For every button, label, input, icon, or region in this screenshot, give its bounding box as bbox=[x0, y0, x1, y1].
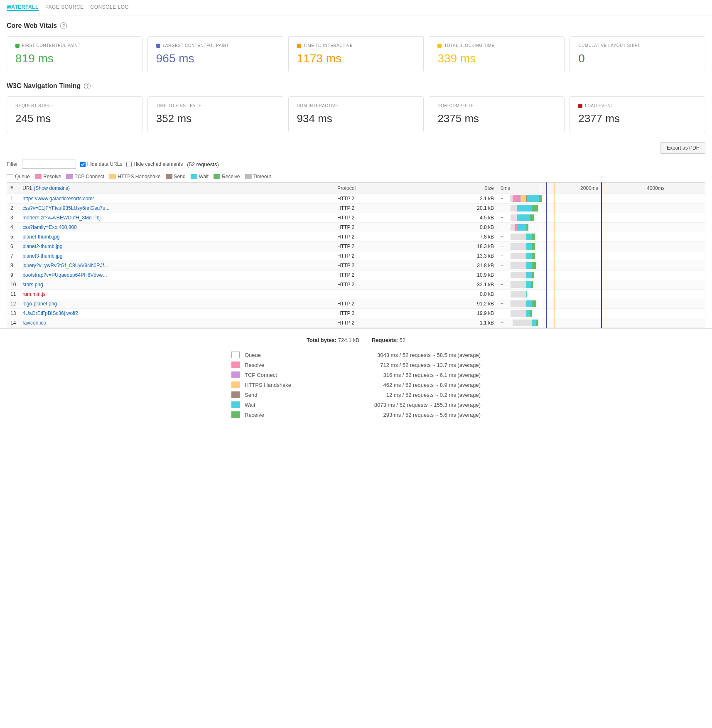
timing-label-dom-complete: DOM COMPLETE bbox=[437, 103, 556, 108]
bar-segment-wait bbox=[517, 214, 530, 221]
row-size: 18.3 kB bbox=[418, 242, 497, 251]
row-url[interactable]: planet3-thumb.jpg bbox=[19, 251, 334, 261]
export-pdf-button[interactable]: Export as PDF bbox=[660, 142, 705, 154]
bar-segment-receive bbox=[532, 243, 535, 250]
row-size: 19.9 kB bbox=[418, 309, 497, 318]
summary-legend-label: HTTPS Handshake bbox=[245, 382, 383, 388]
vital-value-tti: 1173 ms bbox=[297, 52, 415, 65]
summary-legend-value: 712 ms / 52 requests ~ 13.7 ms (average) bbox=[380, 362, 481, 368]
row-num: 14 bbox=[7, 318, 19, 328]
summary-legend-label: Resolve bbox=[245, 362, 380, 368]
row-url[interactable]: jquery?v=ywRv5tGf_C8UyV9Nh0RJf... bbox=[19, 261, 334, 271]
timing-card-request-start: REQUEST START 245 ms bbox=[7, 96, 142, 132]
summary-legend-value: 12 ms / 52 requests ~ 0.2 ms (average) bbox=[386, 392, 481, 398]
row-expand[interactable]: + bbox=[497, 290, 507, 299]
col-protocol: Protocol bbox=[334, 183, 418, 194]
w3c-timing-help-icon[interactable]: ? bbox=[84, 83, 91, 89]
col-url[interactable]: URL (Show domains) bbox=[19, 183, 334, 194]
row-expand[interactable]: + bbox=[497, 251, 507, 261]
row-url[interactable]: bootstrap?v=PUqaedup64PH8Vdwe... bbox=[19, 271, 334, 280]
summary-totals: Total bytes: 724.1 kB Requests: 52 bbox=[7, 337, 705, 343]
bar-segment-receive bbox=[532, 272, 534, 278]
row-url[interactable]: modernizr?v=wBEWDufH_8Md-Pbj... bbox=[19, 213, 334, 223]
row-expand[interactable]: + bbox=[497, 271, 507, 280]
bar-segment-receive bbox=[530, 214, 534, 221]
row-expand[interactable]: + bbox=[497, 204, 507, 213]
row-expand[interactable]: + bbox=[497, 194, 507, 204]
row-url[interactable]: css?family=Exo:400,800 bbox=[19, 223, 334, 232]
toolbar: Export as PDF bbox=[0, 139, 712, 157]
legend-resolve: Resolve bbox=[35, 174, 61, 180]
row-expand[interactable]: + bbox=[497, 299, 507, 309]
row-url[interactable]: favicon.ico bbox=[19, 318, 334, 328]
vertical-timing-line bbox=[555, 278, 555, 328]
row-url[interactable]: planet-thumb.jpg bbox=[19, 232, 334, 242]
nav-page-source[interactable]: PAGE SOURCE bbox=[45, 4, 84, 11]
row-bar bbox=[507, 299, 705, 309]
summary-legend-value: 462 ms / 52 requests ~ 8.9 ms (average) bbox=[383, 382, 481, 388]
nav-console-log[interactable]: CONSOLE LOG bbox=[91, 4, 129, 11]
bar-segment-wait bbox=[527, 195, 539, 202]
nav-waterfall[interactable]: WATERFALL bbox=[7, 4, 39, 11]
bar-segment-receive bbox=[526, 224, 528, 231]
row-url[interactable]: rum.min.js bbox=[19, 290, 334, 299]
summary-legend-label: Receive bbox=[245, 412, 383, 418]
row-num: 8 bbox=[7, 261, 19, 271]
row-url[interactable]: logo-planet.png bbox=[19, 299, 334, 309]
row-expand[interactable]: + bbox=[497, 261, 507, 271]
bar-segment-receive bbox=[532, 262, 536, 269]
vertical-timing-line bbox=[541, 278, 542, 328]
summary-legend-item: Send12 ms / 52 requests ~ 0.2 ms (averag… bbox=[231, 391, 481, 398]
table-row: 8jquery?v=ywRv5tGf_C8UyV9Nh0RJf...HTTP 2… bbox=[7, 261, 705, 271]
hide-cached-label[interactable]: Hide cached elements bbox=[126, 161, 183, 167]
row-expand[interactable]: + bbox=[497, 232, 507, 242]
timing-card-dom-interactive: DOM INTERACTIVE 934 ms bbox=[288, 96, 424, 132]
table-row: 3modernizr?v=wBEWDufH_8Md-Pbj...HTTP 24.… bbox=[7, 213, 705, 223]
row-size: 20.1 kB bbox=[418, 204, 497, 213]
row-protocol: HTTP 2 bbox=[334, 309, 418, 318]
row-expand[interactable]: + bbox=[497, 309, 507, 318]
timing-grid: REQUEST START 245 ms TIME TO FIRST BYTE … bbox=[7, 96, 705, 132]
row-expand[interactable]: + bbox=[497, 318, 507, 328]
vital-card-fcp: FIRST CONTENTFUL PAINT 819 ms bbox=[7, 36, 142, 72]
bar-segment-receive bbox=[532, 205, 538, 212]
bar-segment-wait bbox=[532, 320, 536, 326]
row-num: 9 bbox=[7, 271, 19, 280]
row-size: 13.3 kB bbox=[418, 251, 497, 261]
table-row: 6planet2-thumb.jpgHTTP 218.3 kB+ bbox=[7, 242, 705, 251]
row-expand[interactable]: + bbox=[497, 213, 507, 223]
hide-data-urls-label[interactable]: Hide data URLs bbox=[80, 161, 123, 167]
hide-data-urls-checkbox[interactable] bbox=[80, 162, 86, 167]
filter-label: Filter bbox=[7, 161, 18, 167]
hide-cached-checkbox[interactable] bbox=[126, 162, 132, 167]
row-url[interactable]: 4UaOrEtFpBISc36j.woff2 bbox=[19, 309, 334, 318]
filter-input[interactable] bbox=[22, 160, 76, 169]
row-protocol: HTTP 2 bbox=[334, 271, 418, 280]
legend-https-handshake: HTTPS Handshake bbox=[109, 174, 160, 180]
bar-segment-queue bbox=[511, 243, 526, 250]
row-size: 7.8 kB bbox=[418, 232, 497, 242]
summary-legend-swatch bbox=[231, 371, 240, 378]
row-expand[interactable]: + bbox=[497, 280, 507, 290]
row-expand[interactable]: + bbox=[497, 242, 507, 251]
vital-value-fcp: 819 ms bbox=[15, 52, 134, 65]
row-bar bbox=[507, 261, 705, 271]
row-protocol: HTTP 2 bbox=[334, 223, 418, 232]
row-url[interactable]: css?v=E1jFYFivuI935LUsy6nnGsu7u... bbox=[19, 204, 334, 213]
row-expand[interactable]: + bbox=[497, 223, 507, 232]
bar-segment-queue bbox=[510, 195, 513, 202]
bar-segment-receive bbox=[532, 234, 535, 240]
summary-legend-swatch bbox=[231, 381, 240, 388]
row-url[interactable]: https://www.galacticresorts.com/ bbox=[19, 194, 334, 204]
core-web-vitals-help-icon[interactable]: ? bbox=[60, 22, 67, 29]
requests-count: (52 requests) bbox=[187, 161, 219, 167]
summary-legend-value: 8073 ms / 52 requests ~ 155.3 ms (averag… bbox=[374, 402, 481, 408]
row-url[interactable]: stars.png bbox=[19, 280, 334, 290]
load-event-dot bbox=[578, 104, 582, 108]
bar-segment-https bbox=[520, 195, 526, 202]
row-url[interactable]: planet2-thumb.jpg bbox=[19, 242, 334, 251]
row-num: 1 bbox=[7, 194, 19, 204]
filter-bar: Filter Hide data URLs Hide cached elemen… bbox=[0, 157, 712, 171]
vital-card-lcp: LARGEST CONTENTFUL PAINT 965 ms bbox=[147, 36, 283, 72]
total-requests: Requests: 52 bbox=[372, 337, 405, 343]
